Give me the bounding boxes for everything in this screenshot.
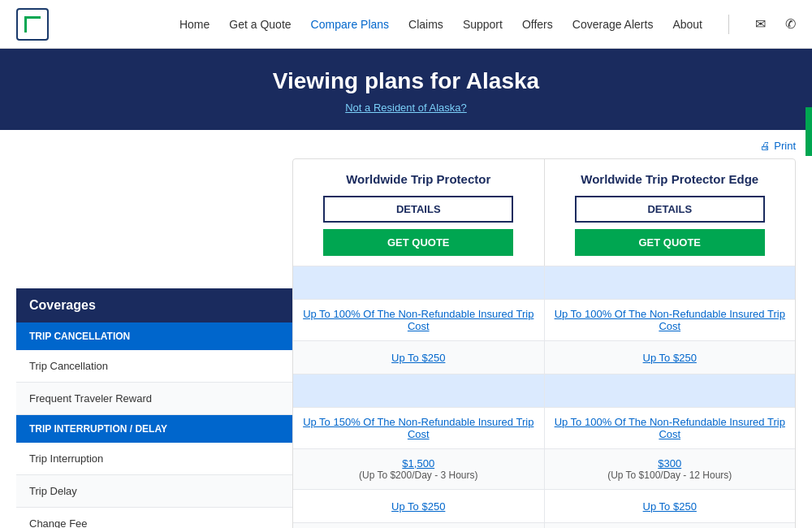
section-trip-cancellation: TRIP CANCELLATION: [16, 322, 292, 350]
section-cell-cancellation-1: [293, 266, 544, 299]
link-trip-delay-main-2[interactable]: $300: [658, 457, 681, 470]
section-row-interruption: [293, 374, 795, 407]
plan-wtp-details-button[interactable]: DETAILS: [323, 196, 513, 223]
hero-section: Viewing plans for Alaska Not a Resident …: [0, 49, 812, 130]
nav-support[interactable]: Support: [463, 18, 503, 31]
nav-divider: [728, 15, 729, 34]
section-row-cancellation: [293, 266, 795, 299]
data-cell-trip-cancellation-1: Up To 100% Of The Non-Refundable Insured…: [293, 300, 544, 340]
plan-wtpe: Worldwide Trip Protector Edge DETAILS GE…: [544, 159, 796, 266]
plan-headers: Worldwide Trip Protector DETAILS GET QUO…: [293, 159, 795, 266]
nav-coverage-alerts[interactable]: Coverage Alerts: [572, 18, 654, 31]
link-trip-cancellation-1[interactable]: Up To 100% Of The Non-Refundable Insured…: [303, 308, 534, 332]
section-cell-interruption-1: [293, 374, 544, 407]
data-row-trip-delay: $1,500 (Up To $200/Day - 3 Hours) $300 (…: [293, 448, 795, 489]
link-trip-delay-main-1[interactable]: $1,500: [402, 457, 434, 470]
data-cell-trip-interruption-1: Up To 150% Of The Non-Refundable Insured…: [293, 408, 544, 448]
coverages-label: Coverages: [29, 298, 96, 312]
nav-about[interactable]: About: [672, 18, 702, 31]
data-cell-frequent-traveler-2: Up To $250: [544, 341, 796, 374]
plan-wtp-name: Worldwide Trip Protector: [300, 172, 538, 186]
navigation: Home Get a Quote Compare Plans Claims Su…: [0, 0, 812, 49]
data-cell-missed-tour-1: Up To $500 (3 Hours): [293, 523, 544, 528]
left-header-spacer: [16, 158, 292, 288]
section-cell-interruption-2: [544, 374, 796, 407]
link-change-fee-2[interactable]: Up To $250: [643, 500, 697, 513]
logo[interactable]: [16, 8, 49, 41]
data-row-change-fee: Up To $250 Up To $250: [293, 489, 795, 522]
link-frequent-traveler-1[interactable]: Up To $250: [391, 352, 445, 364]
data-cell-trip-delay-1: $1,500 (Up To $200/Day - 3 Hours): [293, 449, 544, 489]
section-trip-interruption: TRIP INTERRUPTION / DELAY: [16, 415, 292, 443]
nav-home[interactable]: Home: [179, 18, 209, 31]
compare-table: Coverages TRIP CANCELLATION Trip Cancell…: [16, 158, 796, 528]
section-trip-cancellation-label: TRIP CANCELLATION: [29, 331, 130, 342]
left-column: Coverages TRIP CANCELLATION Trip Cancell…: [16, 158, 292, 528]
plan-wtp: Worldwide Trip Protector DETAILS GET QUO…: [293, 159, 544, 266]
coverages-header: Coverages: [16, 288, 292, 322]
data-row-trip-cancellation: Up To 100% Of The Non-Refundable Insured…: [293, 299, 795, 340]
nav-links: Home Get a Quote Compare Plans Claims Su…: [179, 15, 796, 34]
hero-title: Viewing plans for Alaska: [16, 68, 796, 94]
data-cell-trip-cancellation-2: Up To 100% Of The Non-Refundable Insured…: [544, 300, 796, 340]
plan-wtpe-name: Worldwide Trip Protector Edge: [551, 172, 789, 186]
data-cell-frequent-traveler-1: Up To $250: [293, 341, 544, 374]
section-trip-interruption-label: TRIP INTERRUPTION / DELAY: [29, 423, 167, 435]
data-cell-change-fee-1: Up To $250: [293, 490, 544, 522]
link-trip-interruption-2[interactable]: Up To 100% Of The Non-Refundable Insured…: [555, 416, 786, 440]
phone-icon[interactable]: ✆: [785, 16, 796, 32]
link-frequent-traveler-2[interactable]: Up To $250: [643, 352, 697, 364]
data-cell-trip-interruption-2: Up To 100% Of The Non-Refundable Insured…: [544, 408, 796, 448]
nav-compare-plans[interactable]: Compare Plans: [311, 18, 390, 31]
email-icon[interactable]: ✉: [755, 16, 766, 32]
main-content: 🖨 Print Coverages TRIP CANCELLATION Trip…: [0, 130, 812, 528]
row-trip-delay: Trip Delay: [16, 475, 292, 508]
data-row-missed-tour: Up To $500 (3 Hours) Up To $300 (12 Hour…: [293, 522, 795, 528]
section-cell-cancellation-2: [544, 266, 796, 299]
data-cell-missed-tour-2: Up To $300 (12 Hours): [544, 523, 796, 528]
row-frequent-traveler: Frequent Traveler Reward: [16, 383, 292, 415]
print-button[interactable]: 🖨 Print: [760, 140, 796, 152]
data-row-trip-interruption: Up To 150% Of The Non-Refundable Insured…: [293, 407, 795, 448]
nav-claims[interactable]: Claims: [408, 18, 443, 31]
data-row-frequent-traveler: Up To $250 Up To $250: [293, 340, 795, 374]
print-label: Print: [774, 140, 796, 152]
plans-column: Worldwide Trip Protector DETAILS GET QUO…: [292, 158, 796, 528]
row-trip-cancellation: Trip Cancellation: [16, 350, 292, 383]
plan-wtpe-quote-button[interactable]: GET QUOTE: [575, 229, 765, 256]
link-change-fee-1[interactable]: Up To $250: [391, 500, 445, 513]
not-resident-link[interactable]: Not a Resident of Alaska?: [345, 102, 467, 114]
nav-offers[interactable]: Offers: [522, 18, 553, 31]
link-trip-cancellation-2[interactable]: Up To 100% Of The Non-Refundable Insured…: [555, 308, 786, 332]
row-change-fee: Change Fee: [16, 508, 292, 528]
plan-wtpe-details-button[interactable]: DETAILS: [575, 196, 765, 223]
nav-get-quote[interactable]: Get a Quote: [229, 18, 291, 31]
print-row: 🖨 Print: [16, 130, 796, 158]
data-cell-change-fee-2: Up To $250: [544, 490, 796, 522]
print-icon: 🖨: [760, 140, 771, 152]
plan-wtp-quote-button[interactable]: GET QUOTE: [323, 229, 513, 256]
trip-delay-sub-1: (Up To $200/Day - 3 Hours): [359, 470, 478, 481]
data-cell-trip-delay-2: $300 (Up To $100/Day - 12 Hours): [544, 449, 796, 489]
row-trip-interruption: Trip Interruption: [16, 443, 292, 475]
trip-delay-sub-2: (Up To $100/Day - 12 Hours): [607, 470, 732, 481]
link-trip-interruption-1[interactable]: Up To 150% Of The Non-Refundable Insured…: [303, 416, 534, 440]
